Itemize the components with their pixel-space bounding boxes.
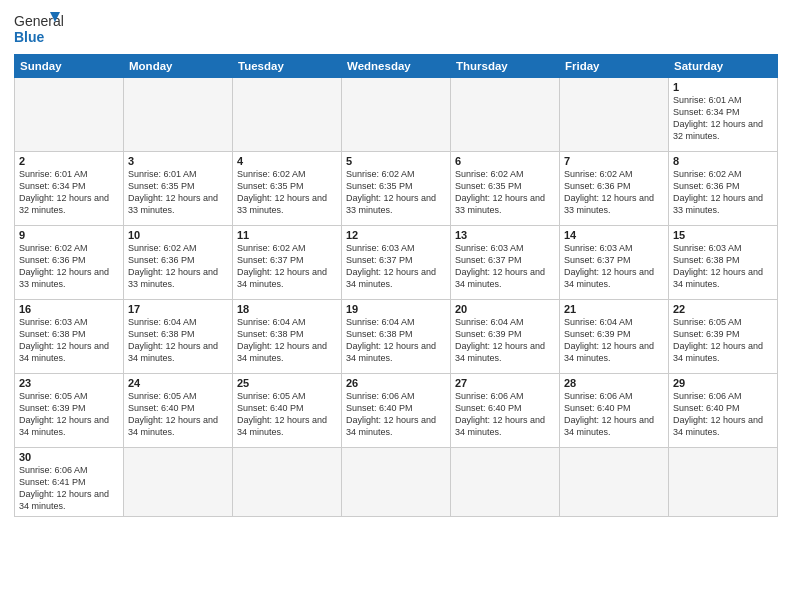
day-info: Sunrise: 6:05 AM Sunset: 6:40 PM Dayligh… <box>237 390 337 439</box>
day-number: 30 <box>19 451 119 463</box>
day-number: 14 <box>564 229 664 241</box>
day-info: Sunrise: 6:02 AM Sunset: 6:37 PM Dayligh… <box>237 242 337 291</box>
calendar-cell: 24Sunrise: 6:05 AM Sunset: 6:40 PM Dayli… <box>124 374 233 448</box>
col-header-wednesday: Wednesday <box>342 55 451 78</box>
calendar-week-row: 16Sunrise: 6:03 AM Sunset: 6:38 PM Dayli… <box>15 300 778 374</box>
calendar-cell: 29Sunrise: 6:06 AM Sunset: 6:40 PM Dayli… <box>669 374 778 448</box>
calendar-cell <box>233 78 342 152</box>
calendar-cell: 19Sunrise: 6:04 AM Sunset: 6:38 PM Dayli… <box>342 300 451 374</box>
day-number: 6 <box>455 155 555 167</box>
day-info: Sunrise: 6:03 AM Sunset: 6:38 PM Dayligh… <box>673 242 773 291</box>
calendar-cell: 12Sunrise: 6:03 AM Sunset: 6:37 PM Dayli… <box>342 226 451 300</box>
col-header-sunday: Sunday <box>15 55 124 78</box>
day-number: 20 <box>455 303 555 315</box>
day-number: 3 <box>128 155 228 167</box>
calendar-cell: 21Sunrise: 6:04 AM Sunset: 6:39 PM Dayli… <box>560 300 669 374</box>
page: GeneralBlue SundayMondayTuesdayWednesday… <box>0 0 792 612</box>
day-number: 15 <box>673 229 773 241</box>
day-info: Sunrise: 6:01 AM Sunset: 6:34 PM Dayligh… <box>673 94 773 143</box>
day-info: Sunrise: 6:03 AM Sunset: 6:37 PM Dayligh… <box>346 242 446 291</box>
calendar-cell: 3Sunrise: 6:01 AM Sunset: 6:35 PM Daylig… <box>124 152 233 226</box>
calendar-cell: 14Sunrise: 6:03 AM Sunset: 6:37 PM Dayli… <box>560 226 669 300</box>
logo-svg: GeneralBlue <box>14 10 64 48</box>
header: GeneralBlue <box>14 10 778 48</box>
calendar-cell: 26Sunrise: 6:06 AM Sunset: 6:40 PM Dayli… <box>342 374 451 448</box>
calendar-cell: 22Sunrise: 6:05 AM Sunset: 6:39 PM Dayli… <box>669 300 778 374</box>
day-number: 19 <box>346 303 446 315</box>
day-info: Sunrise: 6:04 AM Sunset: 6:38 PM Dayligh… <box>128 316 228 365</box>
day-number: 11 <box>237 229 337 241</box>
day-number: 2 <box>19 155 119 167</box>
calendar-cell: 11Sunrise: 6:02 AM Sunset: 6:37 PM Dayli… <box>233 226 342 300</box>
col-header-thursday: Thursday <box>451 55 560 78</box>
calendar-cell <box>451 448 560 517</box>
calendar-cell <box>233 448 342 517</box>
day-info: Sunrise: 6:02 AM Sunset: 6:36 PM Dayligh… <box>564 168 664 217</box>
day-info: Sunrise: 6:05 AM Sunset: 6:39 PM Dayligh… <box>673 316 773 365</box>
calendar-cell: 9Sunrise: 6:02 AM Sunset: 6:36 PM Daylig… <box>15 226 124 300</box>
day-number: 29 <box>673 377 773 389</box>
calendar-cell: 6Sunrise: 6:02 AM Sunset: 6:35 PM Daylig… <box>451 152 560 226</box>
calendar-cell: 18Sunrise: 6:04 AM Sunset: 6:38 PM Dayli… <box>233 300 342 374</box>
day-number: 4 <box>237 155 337 167</box>
day-info: Sunrise: 6:06 AM Sunset: 6:40 PM Dayligh… <box>455 390 555 439</box>
calendar-cell: 7Sunrise: 6:02 AM Sunset: 6:36 PM Daylig… <box>560 152 669 226</box>
logo: GeneralBlue <box>14 10 64 48</box>
day-info: Sunrise: 6:06 AM Sunset: 6:40 PM Dayligh… <box>564 390 664 439</box>
day-number: 12 <box>346 229 446 241</box>
calendar-cell <box>15 78 124 152</box>
day-info: Sunrise: 6:05 AM Sunset: 6:40 PM Dayligh… <box>128 390 228 439</box>
day-number: 22 <box>673 303 773 315</box>
day-number: 5 <box>346 155 446 167</box>
day-info: Sunrise: 6:02 AM Sunset: 6:35 PM Dayligh… <box>455 168 555 217</box>
calendar-cell: 28Sunrise: 6:06 AM Sunset: 6:40 PM Dayli… <box>560 374 669 448</box>
day-info: Sunrise: 6:01 AM Sunset: 6:34 PM Dayligh… <box>19 168 119 217</box>
day-info: Sunrise: 6:06 AM Sunset: 6:41 PM Dayligh… <box>19 464 119 513</box>
col-header-saturday: Saturday <box>669 55 778 78</box>
calendar-cell <box>451 78 560 152</box>
day-info: Sunrise: 6:02 AM Sunset: 6:36 PM Dayligh… <box>673 168 773 217</box>
calendar-cell: 23Sunrise: 6:05 AM Sunset: 6:39 PM Dayli… <box>15 374 124 448</box>
calendar: SundayMondayTuesdayWednesdayThursdayFrid… <box>14 54 778 517</box>
calendar-week-row: 9Sunrise: 6:02 AM Sunset: 6:36 PM Daylig… <box>15 226 778 300</box>
calendar-cell: 5Sunrise: 6:02 AM Sunset: 6:35 PM Daylig… <box>342 152 451 226</box>
calendar-cell <box>560 78 669 152</box>
calendar-cell: 25Sunrise: 6:05 AM Sunset: 6:40 PM Dayli… <box>233 374 342 448</box>
day-info: Sunrise: 6:04 AM Sunset: 6:38 PM Dayligh… <box>237 316 337 365</box>
day-info: Sunrise: 6:02 AM Sunset: 6:35 PM Dayligh… <box>237 168 337 217</box>
svg-text:Blue: Blue <box>14 29 45 45</box>
day-number: 1 <box>673 81 773 93</box>
day-number: 27 <box>455 377 555 389</box>
day-number: 26 <box>346 377 446 389</box>
calendar-cell <box>342 448 451 517</box>
calendar-cell: 17Sunrise: 6:04 AM Sunset: 6:38 PM Dayli… <box>124 300 233 374</box>
calendar-header-row: SundayMondayTuesdayWednesdayThursdayFrid… <box>15 55 778 78</box>
calendar-cell: 1Sunrise: 6:01 AM Sunset: 6:34 PM Daylig… <box>669 78 778 152</box>
day-info: Sunrise: 6:03 AM Sunset: 6:37 PM Dayligh… <box>564 242 664 291</box>
col-header-tuesday: Tuesday <box>233 55 342 78</box>
day-number: 13 <box>455 229 555 241</box>
calendar-cell <box>124 78 233 152</box>
day-info: Sunrise: 6:04 AM Sunset: 6:39 PM Dayligh… <box>564 316 664 365</box>
calendar-cell: 20Sunrise: 6:04 AM Sunset: 6:39 PM Dayli… <box>451 300 560 374</box>
day-number: 18 <box>237 303 337 315</box>
day-number: 23 <box>19 377 119 389</box>
day-number: 10 <box>128 229 228 241</box>
calendar-cell: 2Sunrise: 6:01 AM Sunset: 6:34 PM Daylig… <box>15 152 124 226</box>
day-info: Sunrise: 6:03 AM Sunset: 6:38 PM Dayligh… <box>19 316 119 365</box>
calendar-cell <box>342 78 451 152</box>
day-number: 17 <box>128 303 228 315</box>
day-info: Sunrise: 6:06 AM Sunset: 6:40 PM Dayligh… <box>673 390 773 439</box>
calendar-cell: 8Sunrise: 6:02 AM Sunset: 6:36 PM Daylig… <box>669 152 778 226</box>
calendar-cell: 30Sunrise: 6:06 AM Sunset: 6:41 PM Dayli… <box>15 448 124 517</box>
calendar-cell: 4Sunrise: 6:02 AM Sunset: 6:35 PM Daylig… <box>233 152 342 226</box>
day-info: Sunrise: 6:05 AM Sunset: 6:39 PM Dayligh… <box>19 390 119 439</box>
day-number: 16 <box>19 303 119 315</box>
day-number: 21 <box>564 303 664 315</box>
calendar-cell: 15Sunrise: 6:03 AM Sunset: 6:38 PM Dayli… <box>669 226 778 300</box>
day-info: Sunrise: 6:03 AM Sunset: 6:37 PM Dayligh… <box>455 242 555 291</box>
calendar-week-row: 1Sunrise: 6:01 AM Sunset: 6:34 PM Daylig… <box>15 78 778 152</box>
calendar-week-row: 30Sunrise: 6:06 AM Sunset: 6:41 PM Dayli… <box>15 448 778 517</box>
calendar-cell <box>124 448 233 517</box>
calendar-cell: 10Sunrise: 6:02 AM Sunset: 6:36 PM Dayli… <box>124 226 233 300</box>
